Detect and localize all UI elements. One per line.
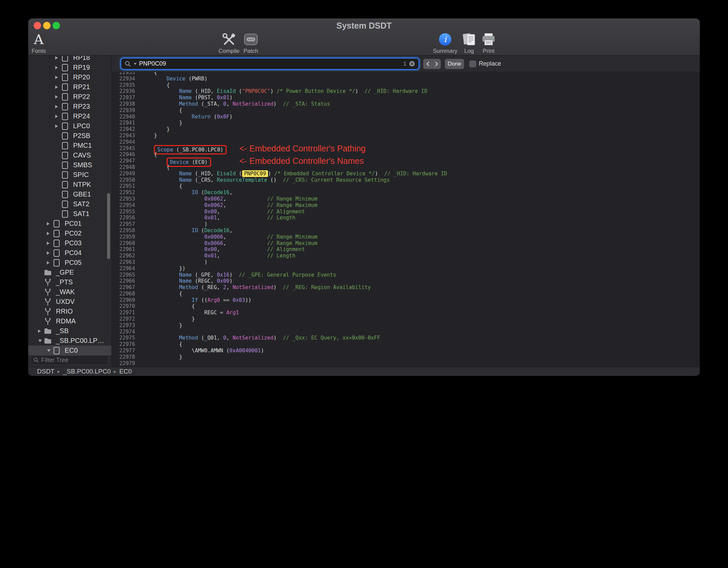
sidebar-item-sat1[interactable]: SAT1	[28, 209, 111, 219]
sidebar-item-_sb[interactable]: _SB	[28, 326, 111, 336]
code-token: ,	[226, 284, 233, 290]
replace-checkbox[interactable]	[469, 61, 476, 67]
disclosure-right-icon[interactable]	[54, 114, 61, 119]
sidebar-item-pc03[interactable]: PC03	[28, 238, 111, 248]
disclosure-right-icon[interactable]	[54, 75, 61, 80]
doc-icon	[61, 161, 69, 169]
sidebar-item-pc01[interactable]: PC01	[28, 219, 111, 228]
disclosure-down-icon[interactable]	[45, 349, 53, 352]
code-token: // Alignment	[267, 246, 305, 252]
code-token: ,	[217, 253, 267, 259]
code-token: // _GPE: General Purpose Events	[239, 272, 336, 278]
code-token: 0x0062	[204, 202, 223, 208]
toolbar-patch-button[interactable]: Patch	[232, 31, 269, 55]
sidebar-item-pc02[interactable]: PC02	[28, 228, 111, 238]
sidebar-item-sat2[interactable]: SAT2	[28, 199, 111, 209]
disclosure-right-icon[interactable]	[54, 85, 61, 90]
sidebar-scrollbar[interactable]	[107, 193, 110, 259]
sidebar-item-_pts[interactable]: _PTS	[28, 277, 111, 287]
breadcrumb-item[interactable]: DSDT	[37, 368, 55, 375]
sidebar-item-rp20[interactable]: RP20	[28, 72, 111, 82]
doc-icon	[61, 122, 69, 130]
sidebar-item-rp23[interactable]: RP23	[28, 102, 111, 111]
previous-match-button[interactable]	[423, 59, 432, 69]
code-line-content: {	[137, 291, 182, 297]
sidebar-item-smbs[interactable]: SMBS	[28, 160, 111, 170]
sidebar-item-_sb-pc00-lp[interactable]: _SB.PC00.LP…	[28, 336, 111, 346]
sidebar-item-gbe1[interactable]: GBE1	[28, 189, 111, 199]
disclosure-right-icon[interactable]	[54, 95, 61, 99]
sidebar-item-_gpe[interactable]: _GPE	[28, 268, 111, 277]
folder-icon	[44, 269, 52, 276]
code-token	[141, 196, 204, 202]
disclosure-right-icon[interactable]	[54, 65, 61, 70]
sidebar-item-label: RP20	[73, 73, 90, 81]
sidebar-item-_wak[interactable]: _WAK	[28, 287, 111, 297]
line-number: 22972	[112, 316, 137, 322]
sidebar-item-cavs[interactable]: CAVS	[28, 150, 111, 160]
sidebar-item-pc04[interactable]: PC04	[28, 248, 111, 258]
sidebar-item-rp21[interactable]: RP21	[28, 82, 111, 92]
sidebar-item-ec0[interactable]: EC0	[28, 346, 111, 355]
search-bar: PNP0C09 1 Done Replace	[112, 56, 700, 72]
sidebar-item-pc05[interactable]: PC05	[28, 258, 111, 268]
disclosure-down-icon[interactable]	[36, 339, 44, 343]
next-match-button[interactable]	[432, 59, 441, 69]
sidebar-item-label: NTPK	[73, 181, 91, 188]
code-token: ,	[223, 240, 267, 246]
disclosure-right-icon[interactable]	[54, 56, 61, 60]
code-line-content: IO (Decode16,	[137, 227, 233, 234]
done-button[interactable]: Done	[445, 59, 464, 69]
line-number: 22971	[112, 310, 137, 316]
filter-tree-field[interactable]: Filter Tree	[30, 355, 108, 365]
sidebar-item-rp22[interactable]: RP22	[28, 92, 111, 102]
code-token: {	[141, 183, 182, 189]
sidebar-item-lpc0[interactable]: LPC0	[28, 121, 111, 131]
doc-icon	[53, 229, 61, 238]
code-token: Name	[179, 272, 192, 278]
sidebar-item-rdma[interactable]: RDMA	[28, 316, 111, 326]
code-token: // Length	[267, 253, 295, 259]
code-token: // Range Minimum	[267, 234, 317, 240]
toolbar-fonts-button[interactable]: A Fonts	[28, 31, 57, 55]
breadcrumb-item[interactable]: EC0	[119, 368, 132, 375]
code-line: 22955 0x00, // Alignment	[112, 209, 700, 215]
method-icon	[44, 278, 52, 286]
sidebar-item-pmc1[interactable]: PMC1	[28, 141, 111, 150]
disclosure-right-icon[interactable]	[54, 124, 61, 129]
disclosure-right-icon[interactable]	[45, 241, 53, 246]
method-icon	[44, 298, 52, 306]
sidebar-item-rp24[interactable]: RP24	[28, 111, 111, 121]
sidebar-item-rp18[interactable]: RP18	[28, 56, 111, 63]
code-token: NotSerialized	[233, 335, 273, 341]
disclosure-right-icon[interactable]	[45, 260, 53, 265]
line-number: 22956	[112, 215, 137, 221]
toolbar-print-button[interactable]: Print	[470, 31, 507, 55]
disclosure-right-icon[interactable]	[45, 221, 53, 226]
sidebar-item-p2sb[interactable]: P2SB	[28, 131, 111, 141]
sidebar-item-label: PC02	[65, 229, 81, 237]
code-token: // Length	[267, 215, 295, 221]
chevron-down-icon[interactable]	[134, 63, 137, 65]
sidebar-item-rrio[interactable]: RRIO	[28, 307, 111, 316]
clear-search-icon[interactable]	[409, 61, 415, 67]
disclosure-right-icon[interactable]	[54, 104, 61, 109]
code-token: ,	[217, 246, 267, 252]
disclosure-right-icon[interactable]	[36, 329, 44, 333]
disclosure-right-icon[interactable]	[45, 251, 53, 255]
search-input[interactable]: PNP0C09 1	[121, 59, 419, 69]
sidebar-item-spic[interactable]: SPIC	[28, 170, 111, 180]
code-line: 22939 {	[112, 107, 700, 114]
code-token: IO	[192, 227, 198, 234]
status-bar: DSDT ▸ _SB.PC00.LPC0 ▸ EC0	[28, 367, 700, 376]
code-line-content: 0x0062, // Range Minimum	[137, 196, 318, 202]
disclosure-right-icon[interactable]	[45, 231, 53, 236]
sidebar-item-rp19[interactable]: RP19	[28, 63, 111, 72]
code-line: 22952 IO (Decode16,	[112, 189, 700, 196]
sidebar-item-ntpk[interactable]: NTPK	[28, 180, 111, 189]
code-token: ==	[220, 297, 232, 303]
breadcrumb-item[interactable]: _SB.PC00.LPC0	[63, 368, 111, 375]
code-view[interactable]: 22933 {22934 Device (PWRB)22935 {22936 N…	[112, 72, 700, 367]
code-token: {	[141, 291, 182, 297]
sidebar-item-uxdv[interactable]: UXDV	[28, 297, 111, 307]
